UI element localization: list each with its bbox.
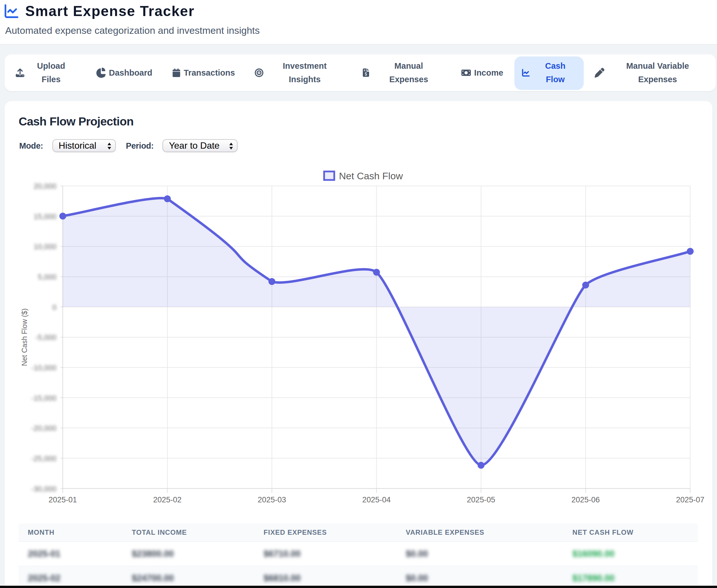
svg-text:-10,000: -10,000 <box>31 363 57 372</box>
svg-text:-5,000: -5,000 <box>35 333 57 342</box>
svg-text:-25,000: -25,000 <box>31 454 57 463</box>
svg-text:Net Cash Flow ($): Net Cash Flow ($) <box>20 309 28 366</box>
svg-text:2025-04: 2025-04 <box>362 496 391 504</box>
svg-text:10,000: 10,000 <box>34 242 57 251</box>
svg-text:2025-05: 2025-05 <box>467 496 495 504</box>
svg-text:2025-01: 2025-01 <box>48 496 77 504</box>
svg-text:2025-03: 2025-03 <box>258 496 286 504</box>
svg-text:-30,000: -30,000 <box>31 485 57 493</box>
svg-text:-20,000: -20,000 <box>31 424 57 433</box>
svg-text:20,000: 20,000 <box>34 182 57 190</box>
svg-text:15,000: 15,000 <box>34 212 57 221</box>
svg-text:2025-02: 2025-02 <box>153 496 181 504</box>
svg-text:Net Cash Flow: Net Cash Flow <box>339 170 403 181</box>
svg-text:5,000: 5,000 <box>38 273 57 281</box>
svg-text:2025-06: 2025-06 <box>571 496 600 504</box>
svg-text:2025-07: 2025-07 <box>676 496 704 504</box>
svg-text:0: 0 <box>53 303 57 312</box>
svg-text:-15,000: -15,000 <box>31 394 57 402</box>
